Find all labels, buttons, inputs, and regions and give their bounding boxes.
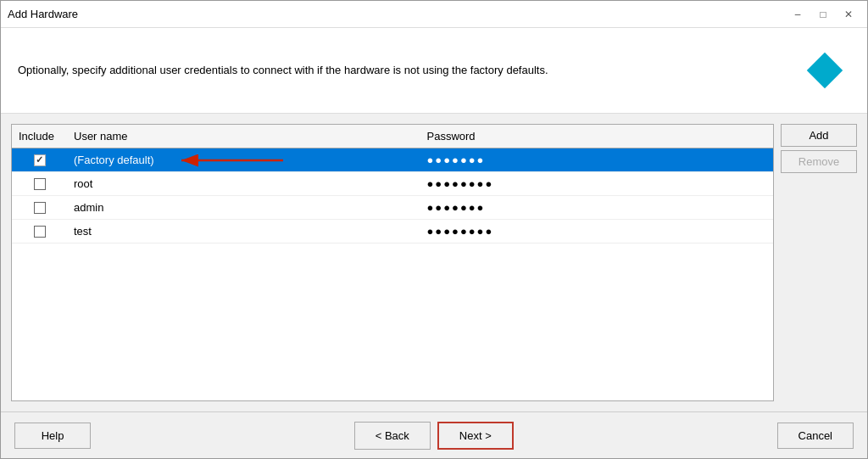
row-include-cell (12, 154, 67, 166)
minimize-button[interactable]: – (786, 4, 810, 25)
table-row[interactable]: admin ●●●●●●● (12, 196, 773, 220)
window-controls: – □ ✕ (786, 4, 860, 25)
row-username-cell: (Factory default) (67, 154, 420, 166)
next-button[interactable]: Next > (437, 422, 514, 450)
add-hardware-window: Add Hardware – □ ✕ Optionally, specify a… (0, 0, 868, 459)
back-button[interactable]: < Back (354, 422, 431, 450)
row-include-cell (12, 178, 67, 190)
title-bar: Add Hardware – □ ✕ (1, 1, 867, 28)
footer-center: < Back Next > (97, 422, 771, 450)
footer-left: Help (14, 423, 91, 449)
row-checkbox[interactable] (34, 154, 46, 166)
header-description: Optionally, specify additional user cred… (18, 63, 548, 78)
col-password-header: Password (420, 128, 774, 144)
col-include-header: Include (12, 128, 67, 144)
maximize-button[interactable]: □ (811, 4, 835, 25)
row-checkbox[interactable] (34, 202, 46, 214)
row-include-cell (12, 202, 67, 214)
row-password-cell: ●●●●●●● (420, 201, 774, 214)
table-header: Include User name Password (12, 125, 773, 148)
credentials-table: Include User name Password (Factory defa… (11, 124, 774, 401)
side-buttons: Add Remove (781, 124, 857, 401)
add-button[interactable]: Add (781, 124, 857, 147)
cancel-button[interactable]: Cancel (777, 423, 854, 449)
footer: Help < Back Next > Cancel (1, 411, 867, 458)
row-password-cell: ●●●●●●● (420, 154, 774, 166)
window-title: Add Hardware (8, 8, 786, 20)
row-checkbox[interactable] (34, 226, 46, 238)
diamond-icon (799, 45, 850, 96)
row-password-cell: ●●●●●●●● (420, 225, 774, 238)
header-section: Optionally, specify additional user cred… (1, 28, 867, 114)
row-username-cell: admin (67, 201, 420, 214)
table-row[interactable]: root ●●●●●●●● (12, 172, 773, 196)
remove-button[interactable]: Remove (781, 150, 857, 173)
row-checkbox[interactable] (34, 178, 46, 190)
help-button[interactable]: Help (14, 423, 91, 449)
table-body: (Factory default) ●●●●●●● root ●●●●●●●● (12, 148, 773, 400)
table-row[interactable]: test ●●●●●●●● (12, 220, 773, 243)
col-username-header: User name (67, 128, 420, 144)
content-area: Optionally, specify additional user cred… (1, 28, 867, 411)
row-username-cell: root (67, 177, 420, 190)
close-button[interactable]: ✕ (837, 4, 860, 25)
main-section: Include User name Password (Factory defa… (1, 114, 867, 411)
row-username-cell: test (67, 225, 420, 238)
table-row[interactable]: (Factory default) ●●●●●●● (12, 148, 773, 172)
row-password-cell: ●●●●●●●● (420, 177, 774, 190)
footer-right: Cancel (777, 423, 854, 449)
svg-rect-0 (807, 53, 843, 88)
row-include-cell (12, 226, 67, 238)
